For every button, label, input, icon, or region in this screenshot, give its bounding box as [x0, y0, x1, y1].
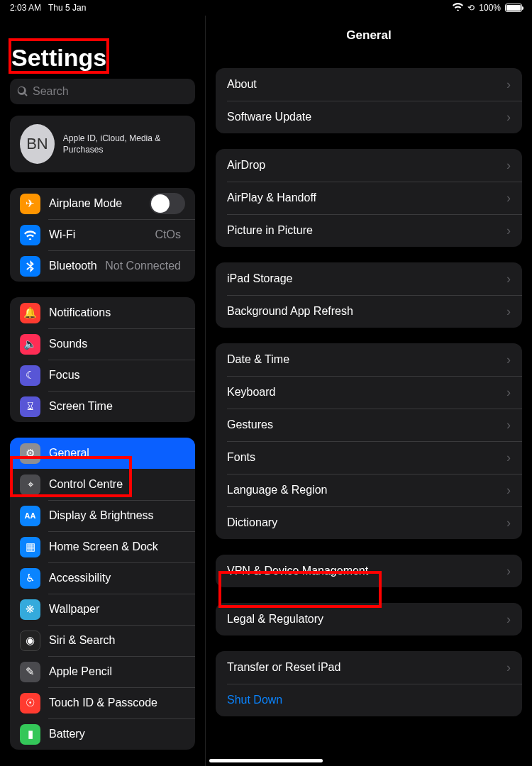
general-item-background-app-refresh[interactable]: Background App Refresh›	[216, 295, 522, 328]
sidebar-item-label: Sounds	[49, 338, 185, 350]
general-item-airplay-handoff[interactable]: AirPlay & Handoff›	[216, 182, 522, 214]
airplane-mode-icon: ✈︎	[20, 194, 40, 214]
row-label: Shut Down	[227, 694, 511, 706]
sidebar-item-label: Screen Time	[49, 400, 185, 413]
sidebar-item-label: Focus	[49, 369, 185, 382]
sidebar-item-sounds[interactable]: 🔈Sounds	[10, 328, 195, 360]
row-label: Software Update	[227, 111, 504, 123]
chevron-right-icon: ›	[506, 191, 511, 206]
chevron-right-icon: ›	[506, 77, 511, 92]
general-item-software-update[interactable]: Software Update›	[216, 101, 522, 133]
sidebar-item-airplane-mode[interactable]: ✈︎Airplane Mode	[10, 188, 195, 219]
general-item-picture-in-picture[interactable]: Picture in Picture›	[216, 214, 522, 247]
row-label: iPad Storage	[227, 272, 504, 285]
sidebar-item-label: Touch ID & Passcode	[49, 696, 185, 709]
avatar: BN	[20, 124, 55, 164]
sidebar-item-display-brightness[interactable]: AADisplay & Brightness	[10, 500, 195, 531]
screen-time-icon: ⌛︎	[20, 396, 40, 417]
general-item-dictionary[interactable]: Dictionary›	[216, 506, 522, 539]
general-item-legal-regulatory[interactable]: Legal & Regulatory›	[216, 603, 522, 635]
account-card[interactable]: BN Apple ID, iCloud, Media & Purchases	[10, 116, 195, 172]
touch-id-passcode-icon: ☉	[20, 693, 40, 714]
search-input[interactable]: Search	[10, 79, 195, 104]
row-label: Language & Region	[227, 484, 504, 496]
airplane-mode-toggle[interactable]	[150, 193, 185, 214]
sidebar-item-home-screen-dock[interactable]: ▦Home Screen & Dock	[10, 531, 195, 562]
main-panel: General About›Software Update›AirDrop›Ai…	[206, 16, 532, 766]
home-screen-dock-icon: ▦	[20, 537, 40, 557]
sidebar-item-screen-time[interactable]: ⌛︎Screen Time	[10, 391, 195, 422]
siri-search-icon: ◉	[20, 631, 40, 651]
sidebar-item-label: Control Centre	[49, 478, 185, 491]
row-label: Legal & Regulatory	[227, 613, 504, 626]
general-item-keyboard[interactable]: Keyboard›	[216, 376, 522, 409]
search-placeholder: Search	[33, 85, 69, 98]
sidebar-item-notifications[interactable]: 🔔Notifications	[10, 297, 195, 328]
chevron-right-icon: ›	[506, 158, 511, 173]
row-label: About	[227, 78, 504, 91]
sidebar-item-wallpaper[interactable]: ❋Wallpaper	[10, 594, 195, 625]
general-item-ipad-storage[interactable]: iPad Storage›	[216, 262, 522, 295]
chevron-right-icon: ›	[506, 110, 511, 125]
general-icon: ⚙︎	[20, 443, 40, 464]
general-item-fonts[interactable]: Fonts›	[216, 441, 522, 474]
sidebar-item-label: Bluetooth	[49, 260, 105, 272]
general-item-about[interactable]: About›	[216, 68, 522, 101]
sidebar-item-value: CtOs	[155, 228, 181, 241]
apple-pencil-icon: ✎	[20, 662, 40, 682]
sidebar-item-label: Apple Pencil	[49, 665, 185, 678]
sidebar-item-value: Not Connected	[105, 260, 181, 272]
search-icon	[17, 86, 28, 97]
sidebar-item-label: Accessibility	[49, 572, 185, 584]
sidebar-item-accessibility[interactable]: ♿︎Accessibility	[10, 562, 195, 594]
chevron-right-icon: ›	[506, 450, 511, 465]
settings-sidebar: Settings Search BN Apple ID, iCloud, Med…	[0, 16, 206, 766]
general-item-vpn-device-management[interactable]: VPN & Device Management›	[216, 555, 522, 587]
chevron-right-icon: ›	[506, 304, 511, 319]
sidebar-item-focus[interactable]: ☾Focus	[10, 360, 195, 391]
chevron-right-icon: ›	[506, 223, 511, 238]
accessibility-icon: ♿︎	[20, 568, 40, 589]
sidebar-item-label: Airplane Mode	[49, 197, 150, 210]
row-label: Transfer or Reset iPad	[227, 661, 504, 674]
page-title: Settings	[11, 44, 195, 72]
sidebar-item-label: Display & Brightness	[49, 509, 185, 522]
sidebar-item-label: Wallpaper	[49, 603, 185, 616]
control-centre-icon: ⌖	[20, 474, 40, 495]
general-item-transfer-or-reset-ipad[interactable]: Transfer or Reset iPad›	[216, 651, 522, 684]
sounds-icon: 🔈	[20, 334, 40, 355]
row-label: AirPlay & Handoff	[227, 192, 504, 204]
chevron-right-icon: ›	[506, 353, 511, 367]
focus-icon: ☾	[20, 365, 40, 386]
sidebar-item-label: Siri & Search	[49, 634, 185, 647]
sidebar-item-battery[interactable]: ▮Battery	[10, 718, 195, 750]
sidebar-item-control-centre[interactable]: ⌖Control Centre	[10, 469, 195, 500]
sidebar-item-general[interactable]: ⚙︎General	[10, 438, 195, 469]
row-label: AirDrop	[227, 159, 504, 172]
chevron-right-icon: ›	[506, 660, 511, 675]
chevron-right-icon: ›	[506, 612, 511, 627]
chevron-right-icon: ›	[506, 385, 511, 400]
sidebar-item-touch-id-passcode[interactable]: ☉Touch ID & Passcode	[10, 687, 195, 718]
home-indicator	[209, 759, 323, 762]
sidebar-item-label: General	[49, 447, 185, 460]
battery-icon: ▮	[20, 724, 40, 745]
sidebar-item-bluetooth[interactable]: BluetoothNot Connected	[10, 250, 195, 282]
general-item-shut-down[interactable]: Shut Down	[216, 684, 522, 716]
sidebar-item-label: Battery	[49, 728, 185, 740]
row-label: Background App Refresh	[227, 305, 504, 318]
sidebar-item-apple-pencil[interactable]: ✎Apple Pencil	[10, 656, 195, 687]
chevron-right-icon: ›	[506, 483, 511, 498]
row-label: VPN & Device Management	[227, 565, 504, 577]
sidebar-item-wi-fi[interactable]: Wi-FiCtOs	[10, 219, 195, 250]
general-item-gestures[interactable]: Gestures›	[216, 409, 522, 441]
row-label: Gestures	[227, 418, 504, 431]
row-label: Picture in Picture	[227, 224, 504, 237]
row-label: Date & Time	[227, 353, 504, 366]
general-item-airdrop[interactable]: AirDrop›	[216, 149, 522, 182]
general-item-date-time[interactable]: Date & Time›	[216, 343, 522, 376]
sidebar-item-label: Wi-Fi	[49, 228, 155, 241]
sidebar-item-siri-search[interactable]: ◉Siri & Search	[10, 625, 195, 656]
chevron-right-icon: ›	[506, 418, 511, 433]
general-item-language-region[interactable]: Language & Region›	[216, 474, 522, 506]
